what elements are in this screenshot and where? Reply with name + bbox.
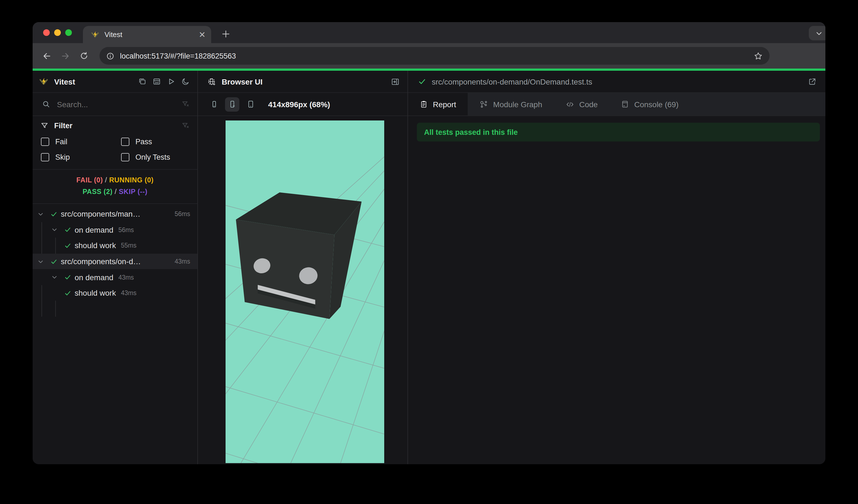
- check-icon: [64, 242, 71, 249]
- test-duration: 43ms: [175, 258, 190, 265]
- tab-label: Console (69): [634, 100, 678, 109]
- report-header: src/components/on-demand/OnDemand.test.t…: [408, 71, 825, 93]
- check-icon: [64, 290, 71, 297]
- tab-label: Module Graph: [493, 100, 542, 109]
- browser-preview-panel: Browser UI 414x896px (68%): [198, 71, 408, 464]
- filter-option-only-tests[interactable]: Only Tests: [121, 153, 190, 161]
- browser-toolbar: localhost:5173/#/?file=1828625563: [33, 43, 825, 68]
- test-duration: 56ms: [175, 211, 190, 217]
- check-icon: [64, 274, 71, 281]
- sidebar-header: Vitest: [33, 71, 197, 93]
- test-progress-bar: [33, 68, 825, 71]
- reload-button[interactable]: [76, 48, 92, 64]
- tree-suite-row[interactable]: on demand 56ms: [33, 222, 197, 238]
- filter-option-pass[interactable]: Pass: [121, 137, 190, 146]
- filter-option-fail[interactable]: Fail: [41, 137, 121, 146]
- running-count: RUNNING (0): [109, 176, 154, 184]
- tab-code[interactable]: Code: [554, 93, 609, 115]
- tested-app-viewport[interactable]: [225, 120, 384, 463]
- forward-button[interactable]: [57, 48, 74, 64]
- tree-suite-row[interactable]: on demand 43ms: [33, 270, 197, 285]
- vitest-ui: Vitest Fi: [33, 71, 825, 464]
- open-external-icon[interactable]: [808, 77, 816, 86]
- run-all-icon[interactable]: [167, 77, 175, 86]
- viewport-resolution: 414x896px (68%): [268, 100, 330, 109]
- preview-title: Browser UI: [222, 77, 263, 86]
- device-phone-plus-button[interactable]: [225, 97, 239, 111]
- tree-test-row[interactable]: should work 43ms: [33, 285, 197, 301]
- check-icon: [50, 258, 57, 265]
- tab-module-graph[interactable]: Module Graph: [468, 93, 554, 115]
- tree-file-row-selected[interactable]: src/components/on-dema… 43ms: [33, 254, 197, 270]
- pass-count: PASS (2): [83, 188, 113, 196]
- browser-tab-strip: Vitest ✕: [33, 22, 825, 43]
- checkbox[interactable]: [121, 137, 129, 146]
- tab-close-icon[interactable]: ✕: [199, 30, 206, 39]
- site-info-icon[interactable]: [106, 52, 114, 60]
- check-icon: [50, 211, 57, 218]
- new-tab-button[interactable]: [217, 26, 234, 42]
- app-title: Vitest: [54, 77, 75, 86]
- test-duration: 56ms: [118, 227, 134, 233]
- globe-icon: [207, 77, 216, 86]
- forward-arrow-icon: [61, 51, 70, 61]
- tree-file-row[interactable]: src/components/manual/… 56ms: [33, 206, 197, 222]
- url-text: localhost:5173/#/?file=1828625563: [120, 52, 753, 60]
- phone-plus-icon: [228, 100, 236, 108]
- browser-window: Vitest ✕ localhost:5173/#/?fil: [33, 22, 825, 464]
- url-bar[interactable]: localhost:5173/#/?file=1828625563: [99, 47, 769, 65]
- browser-tab[interactable]: Vitest ✕: [83, 26, 211, 43]
- module-graph-icon: [479, 100, 488, 109]
- chevron-down-icon[interactable]: [51, 274, 58, 281]
- test-duration: 43ms: [121, 290, 136, 296]
- plus-icon: [221, 29, 230, 38]
- window-controls: [43, 29, 72, 36]
- zoom-window-button[interactable]: [65, 29, 72, 36]
- report-icon: [419, 100, 428, 108]
- tab-search-button[interactable]: [809, 26, 825, 40]
- chevron-down-icon[interactable]: [37, 258, 44, 265]
- filter-title: Filter: [54, 121, 181, 130]
- device-tablet-button[interactable]: [243, 97, 258, 111]
- dashboard-icon[interactable]: [153, 77, 161, 86]
- checkbox[interactable]: [41, 153, 49, 161]
- dark-mode-icon[interactable]: [181, 77, 190, 86]
- search-icon: [42, 100, 50, 108]
- test-summary: FAIL (0) / RUNNING (0) PASS (2) / SKIP (…: [33, 170, 197, 204]
- tab-console[interactable]: Console (69): [609, 93, 690, 115]
- chevron-down-icon[interactable]: [37, 211, 44, 218]
- clear-filter-icon[interactable]: [181, 100, 190, 108]
- tab-report[interactable]: Report: [408, 93, 468, 115]
- chevron-down-icon: [815, 30, 822, 37]
- collapse-panels-icon[interactable]: [138, 77, 146, 86]
- bookmark-star-icon[interactable]: [753, 51, 763, 61]
- close-window-button[interactable]: [43, 29, 50, 36]
- tablet-icon: [246, 100, 255, 108]
- device-phone-small-button[interactable]: [207, 97, 221, 111]
- back-arrow-icon: [42, 51, 51, 61]
- test-name: should work: [75, 289, 116, 297]
- test-name: should work: [75, 241, 116, 250]
- filter-panel: Filter Fail Pass Skip Only Tests: [33, 116, 197, 170]
- search-row: [33, 93, 197, 116]
- filter-option-skip[interactable]: Skip: [41, 153, 121, 161]
- minimize-window-button[interactable]: [54, 29, 61, 36]
- tree-test-row[interactable]: should work 55ms: [33, 238, 197, 254]
- banner-text: All tests passed in this file: [424, 128, 518, 136]
- reload-icon: [80, 51, 89, 60]
- checkbox[interactable]: [41, 137, 49, 146]
- checkbox[interactable]: [121, 153, 129, 161]
- search-input[interactable]: [56, 99, 181, 109]
- preview-header: Browser UI: [198, 71, 408, 93]
- dock-panel-icon[interactable]: [391, 77, 400, 86]
- check-icon: [418, 77, 426, 86]
- screen: Vitest ✕ localhost:5173/#/?fil: [0, 0, 858, 504]
- filter-funnel-icon: [41, 121, 49, 130]
- chevron-down-icon[interactable]: [51, 226, 58, 233]
- phone-small-icon: [210, 100, 218, 108]
- report-content: All tests passed in this file: [408, 116, 825, 464]
- report-tab-bar: Report Module Graph Code Console (69): [408, 93, 825, 116]
- back-button[interactable]: [38, 48, 55, 64]
- clear-filter-icon[interactable]: [181, 121, 190, 130]
- vitest-logo-icon: [39, 77, 49, 86]
